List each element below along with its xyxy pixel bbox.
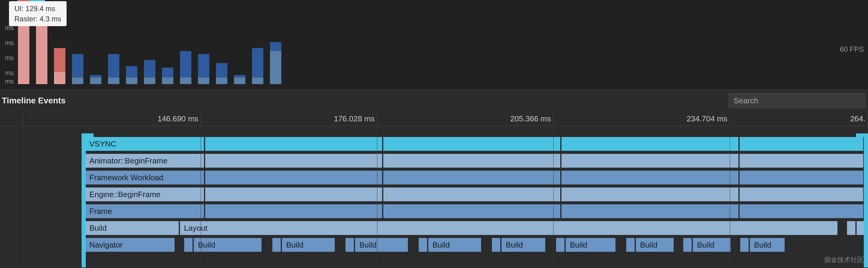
bracket-top-right [856, 133, 868, 137]
bracket-top-left [82, 133, 94, 137]
tooltip-raster: Raster: 4.3 ms [14, 14, 61, 24]
bars-region [18, 0, 868, 84]
ruler-label: 264. [850, 114, 865, 124]
timeline-title: Timeline Events [2, 96, 728, 105]
timeline-header: Timeline Events [0, 90, 868, 111]
flame-region[interactable]: VSYNCAnimator::BeginFrameFramework Workl… [0, 126, 868, 267]
frame-tooltip: UI: 129.4 ms Raster: 4.3 ms [9, 1, 67, 26]
tooltip-ui: UI: 129.4 ms [14, 4, 61, 14]
grid-line [0, 126, 868, 267]
search-wrap [728, 93, 866, 108]
search-input[interactable] [728, 93, 866, 108]
fps-chart[interactable]: UI: 129.4 ms Raster: 4.3 ms ms ms ms ms … [0, 0, 868, 90]
bracket-left [82, 133, 86, 267]
ruler-tick: 264. [0, 111, 868, 126]
bracket-right [864, 133, 868, 267]
time-ruler: 146.690 ms176.028 ms205.366 ms234.704 ms… [0, 111, 868, 126]
